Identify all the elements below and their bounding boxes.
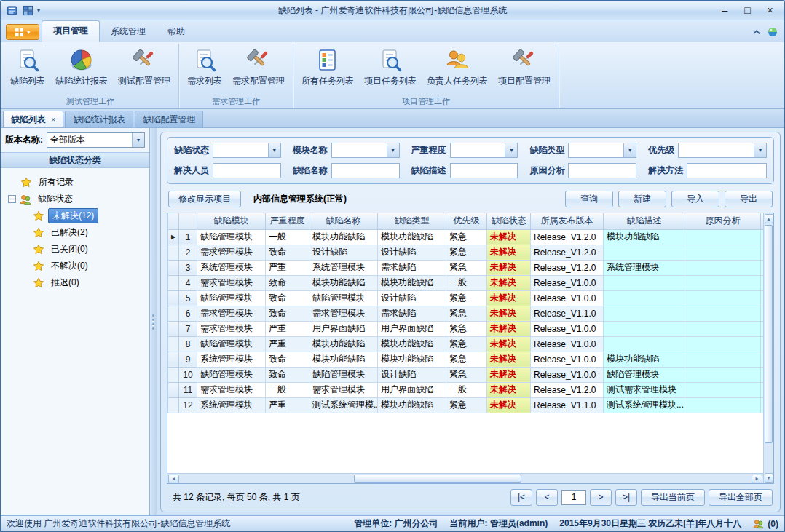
close-tab-icon[interactable]: × xyxy=(51,115,55,124)
filter-input-4[interactable] xyxy=(687,163,767,178)
scroll-right-icon[interactable]: ▸ xyxy=(752,475,762,483)
filter-combobox-1[interactable]: ▾ xyxy=(331,143,400,158)
table-row[interactable]: 12系统管理模块严重测试系统管理模...模块功能缺陷紧急未解决Release_V… xyxy=(168,397,764,413)
scroll-down-icon[interactable]: ▾ xyxy=(765,473,773,483)
quick-access-dropdown-icon[interactable]: ▾ xyxy=(37,7,40,14)
collapse-ribbon-icon[interactable] xyxy=(751,26,762,38)
filter-input-3[interactable] xyxy=(568,163,636,178)
prev-page-button[interactable]: < xyxy=(536,489,558,506)
filter-combobox-4[interactable]: ▾ xyxy=(678,143,767,158)
cell-col3: 需求缺陷 xyxy=(378,306,446,321)
export-all-pages-button[interactable]: 导出全部页 xyxy=(709,489,773,506)
ribbon-button-2-1[interactable]: 项目任务列表 xyxy=(359,44,422,89)
ribbon-button-1-0[interactable]: 需求列表 xyxy=(182,44,227,89)
tree-item-0[interactable]: 所有记录 xyxy=(2,174,148,191)
column-header-6[interactable]: 所属发布版本 xyxy=(531,213,604,229)
ribbon-button-2-2[interactable]: 负责人任务列表 xyxy=(422,44,493,89)
table-row[interactable]: 10缺陷管理模块致命缺陷管理模块设计缺陷紧急未解决Release_V1.0.0缺… xyxy=(168,367,764,382)
ribbon-button-2-3[interactable]: 项目配置管理 xyxy=(493,44,556,89)
table-row[interactable]: 4需求管理模块致命模块功能缺陷模块功能缺陷一般未解决Release_V1.0.0 xyxy=(168,275,764,290)
maximize-button[interactable]: □ xyxy=(736,3,759,18)
document-tab-0[interactable]: 缺陷列表× xyxy=(3,111,63,127)
column-header-7[interactable]: 缺陷描述 xyxy=(604,213,685,229)
last-page-button[interactable]: >| xyxy=(615,489,637,506)
vertical-scrollbar[interactable]: ▴ ▾ xyxy=(763,213,773,483)
chevron-down-icon[interactable]: ▾ xyxy=(623,143,636,157)
chevron-down-icon[interactable]: ▾ xyxy=(132,133,144,147)
import-button[interactable]: 导入 xyxy=(671,191,719,207)
star-icon xyxy=(33,227,44,239)
table-row[interactable]: 7需求管理模块严重用户界面缺陷用户界面缺陷紧急未解决Release_V1.0.0 xyxy=(168,321,764,336)
vertical-scroll-thumb[interactable] xyxy=(765,225,773,443)
ribbon-tab-2[interactable]: 帮助 xyxy=(157,22,196,42)
tree-item-5[interactable]: 不解决(0) xyxy=(2,258,148,274)
horizontal-scroll-thumb[interactable] xyxy=(354,475,521,483)
export-current-page-button[interactable]: 导出当前页 xyxy=(641,489,705,506)
table-row[interactable]: 5缺陷管理模块致命缺陷管理模块设计缺陷紧急未解决Release_V1.0.0 xyxy=(168,290,764,306)
column-header-0[interactable]: 缺陷模块 xyxy=(197,213,266,229)
close-button[interactable]: × xyxy=(759,3,781,18)
scroll-left-icon[interactable]: ◂ xyxy=(168,475,179,483)
column-header-4[interactable]: 优先级 xyxy=(446,213,487,229)
tree-item-3[interactable]: 已解决(2) xyxy=(2,224,148,241)
document-tab-2[interactable]: 缺陷配置管理 xyxy=(135,111,203,127)
expander-minus-icon[interactable] xyxy=(8,195,16,203)
tree-item-4[interactable]: 已关闭(0) xyxy=(2,241,148,258)
column-header-2[interactable]: 缺陷名称 xyxy=(309,213,378,229)
column-header-3[interactable]: 缺陷类型 xyxy=(378,213,446,229)
row-number-cell: 4 xyxy=(179,275,197,290)
filter-input-1[interactable] xyxy=(331,163,400,178)
window-grid-icon[interactable] xyxy=(21,4,34,17)
table-row[interactable]: 6需求管理模块致命需求管理模块需求缺陷紧急未解决Release_V1.1.0 xyxy=(168,306,764,321)
app-icon[interactable] xyxy=(5,4,18,17)
splitter[interactable] xyxy=(150,128,157,515)
table-row[interactable]: ▶1缺陷管理模块一般模块功能缺陷模块功能缺陷紧急未解决Release_V1.2.… xyxy=(168,229,764,245)
tree-item-6[interactable]: 推迟(0) xyxy=(2,274,148,291)
ribbon-button-0-0[interactable]: 缺陷列表 xyxy=(5,44,50,89)
filter-input-0[interactable] xyxy=(213,163,281,178)
about-icon[interactable] xyxy=(767,26,778,38)
column-header-5[interactable]: 缺陷状态 xyxy=(487,213,531,229)
cell-col8 xyxy=(685,367,761,382)
ribbon-tab-0[interactable]: 项目管理 xyxy=(42,20,100,42)
tree-item-1[interactable]: 缺陷状态 xyxy=(2,191,148,207)
ribbon-button-1-1[interactable]: 需求配置管理 xyxy=(227,44,290,89)
scroll-up-icon[interactable]: ▴ xyxy=(765,214,773,223)
ribbon-button-0-2[interactable]: 测试配置管理 xyxy=(113,44,175,89)
ribbon-button-0-1[interactable]: 缺陷统计报表 xyxy=(50,44,113,89)
new-button[interactable]: 新建 xyxy=(618,191,666,207)
table-row[interactable]: 8缺陷管理模块严重模块功能缺陷模块功能缺陷紧急未解决Release_V1.0.0 xyxy=(168,336,764,352)
filter-input-2[interactable] xyxy=(450,163,518,178)
chevron-down-icon[interactable]: ▾ xyxy=(387,143,399,157)
application-menu-button[interactable]: ▾ xyxy=(6,24,39,40)
ribbon-button-2-0[interactable]: 所有任务列表 xyxy=(296,44,359,89)
version-combobox[interactable]: 全部版本 ▾ xyxy=(47,132,145,148)
document-tab-label: 缺陷配置管理 xyxy=(143,114,195,126)
query-button[interactable]: 查询 xyxy=(565,191,613,207)
filter-combobox-2[interactable]: ▾ xyxy=(450,143,518,158)
filter-combobox-0[interactable]: ▾ xyxy=(213,143,281,158)
column-header-1[interactable]: 严重程度 xyxy=(266,213,309,229)
table-row[interactable]: 11需求管理模块一般需求管理模块用户界面缺陷一般未解决Release_V1.2.… xyxy=(168,382,764,397)
chevron-down-icon[interactable]: ▾ xyxy=(754,143,766,157)
tree-item-2[interactable]: 未解决(12) xyxy=(2,207,148,224)
document-tab-1[interactable]: 缺陷统计报表 xyxy=(65,111,133,127)
cell-col0: 系统管理模块 xyxy=(197,260,266,275)
modify-columns-button[interactable]: 修改显示项目 xyxy=(168,191,241,207)
table-row[interactable]: 2需求管理模块致命设计缺陷设计缺陷紧急未解决Release_V1.2.0 xyxy=(168,245,764,260)
table-row[interactable]: 9系统管理模块致命模块功能缺陷模块功能缺陷紧急未解决Release_V1.0.0… xyxy=(168,352,764,367)
column-header-8[interactable]: 原因分析 xyxy=(685,213,761,229)
page-number-input[interactable] xyxy=(561,490,586,505)
ribbon-tab-1[interactable]: 系统管理 xyxy=(100,22,157,42)
minimize-button[interactable]: – xyxy=(714,3,736,18)
app-window: ▾ 缺陷列表 - 广州爱奇迪软件科技有限公司-缺陷信息管理系统 – □ × ▾ … xyxy=(0,0,785,532)
cell-col4: 紧急 xyxy=(446,352,487,367)
export-button[interactable]: 导出 xyxy=(725,191,773,207)
first-page-button[interactable]: |< xyxy=(510,489,532,506)
next-page-button[interactable]: > xyxy=(590,489,612,506)
horizontal-scrollbar[interactable]: ◂ ▸ xyxy=(167,473,763,483)
filter-combobox-3[interactable]: ▾ xyxy=(568,143,636,158)
chevron-down-icon[interactable]: ▾ xyxy=(505,143,517,157)
chevron-down-icon[interactable]: ▾ xyxy=(268,143,280,157)
table-row[interactable]: 3系统管理模块严重系统管理模块需求缺陷紧急未解决Release_V1.2.0系统… xyxy=(168,260,764,275)
